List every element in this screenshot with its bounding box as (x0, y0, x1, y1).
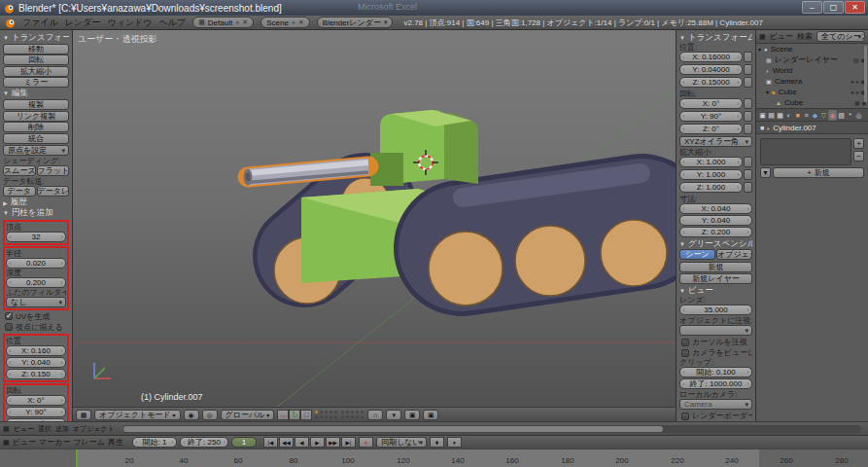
panel-header-edit[interactable]: ▼ 編集 (3, 89, 69, 99)
editor-type-icon[interactable]: ▦ (759, 33, 766, 41)
cap-fill-dropdown[interactable]: なし (6, 297, 66, 307)
editor-type-icon[interactable]: ▦ (3, 425, 10, 433)
checkbox-icon[interactable] (681, 349, 689, 357)
layers-widget[interactable] (315, 411, 365, 419)
rotation-z-field[interactable]: Z: 0° (679, 124, 743, 134)
outliner-item-scene[interactable]: ▾ ● Scene (756, 44, 868, 54)
viewport-canvas[interactable] (73, 30, 676, 407)
viewport-menu-view[interactable]: ビュー (14, 424, 34, 434)
tab-world-icon[interactable]: ◐ (784, 110, 793, 121)
scale-manipulator-icon[interactable]: □ (300, 410, 312, 420)
play-reverse-button[interactable]: ◀ (295, 437, 309, 448)
shade-smooth-button[interactable]: スムーズ (3, 165, 36, 176)
lens-field[interactable]: 35.000 (679, 305, 752, 315)
outliner-item-camera[interactable]: ▣ Camera ● ▸ ▣ (756, 76, 868, 87)
data-layout-button[interactable]: データレ.. (37, 186, 70, 197)
expand-arrow-icon[interactable]: ▾ (758, 47, 761, 53)
tab-object-data-icon[interactable]: ▽ (819, 110, 828, 121)
close-layout-icon[interactable]: ✕ (242, 18, 248, 26)
jump-to-end-button[interactable]: ▶| (341, 437, 356, 448)
timeline-ruler[interactable]: 20 40 60 80 100 120 140 160 180 200 220 … (0, 449, 868, 467)
local-camera-field[interactable]: Camera (679, 399, 752, 410)
tab-render-icon[interactable]: ▣ (758, 110, 767, 121)
keying-set-icon[interactable]: ♦ (430, 437, 444, 448)
outliner-item-cube-data[interactable]: ▲ Cube ▦ ◆ (756, 97, 868, 108)
gp-new-button[interactable]: 新規 (679, 262, 752, 272)
render-engine-selector[interactable]: Blenderレンダー ▾ (317, 17, 394, 28)
outliner-display-dropdown[interactable]: 全てのシーン (816, 31, 865, 42)
lock-icon[interactable] (744, 77, 752, 88)
delete-button[interactable]: 削除 (3, 122, 69, 132)
tab-particles-icon[interactable]: * (846, 110, 854, 121)
lock-icon[interactable] (744, 157, 752, 167)
dimensions-x-field[interactable]: X: 0.040 (679, 203, 752, 214)
data-transfer-button[interactable]: データ (3, 186, 36, 197)
lock-icon[interactable] (744, 64, 752, 75)
mode-dropdown[interactable]: オブジェクトモード ▾ (94, 410, 181, 420)
timeline-menu-frame[interactable]: フレーム (73, 437, 105, 448)
dimensions-z-field[interactable]: Z: 0.200 (679, 227, 752, 237)
keying-options-icon[interactable]: ▾ (447, 437, 462, 448)
new-material-button[interactable]: + 新規 (773, 167, 864, 178)
lock-icon[interactable] (744, 169, 752, 180)
scale-button[interactable]: 拡大縮小 (3, 66, 69, 77)
checkbox-icon[interactable] (681, 339, 689, 346)
tab-scene-icon[interactable]: ▤ (767, 110, 776, 121)
tab-object-icon[interactable]: ■ (793, 110, 802, 121)
screen-layout-selector[interactable]: ▦ Default + ✕ (192, 17, 254, 28)
add-layout-icon[interactable]: + (235, 19, 239, 26)
3d-viewport[interactable]: ユーザー・透視投影 (1) Cylinder.007 (73, 30, 676, 407)
panel-header-history[interactable]: ▶ 履歴 (3, 198, 69, 208)
mirror-button[interactable]: ミラー (3, 77, 69, 88)
current-frame-line[interactable] (76, 449, 78, 467)
menu-window[interactable]: ウィンドウ (107, 17, 152, 29)
play-button[interactable]: ▶ (310, 437, 325, 448)
tab-physics-icon[interactable]: ◎ (854, 110, 863, 121)
sync-mode-dropdown[interactable]: 同期しない (376, 437, 427, 448)
horizontal-scrollbar[interactable] (122, 425, 861, 433)
jump-to-start-button[interactable]: |◀ (263, 437, 278, 448)
duplicate-button[interactable]: 複製 (3, 99, 69, 110)
tab-constraints-icon[interactable]: ≡ (802, 110, 811, 121)
scale-y-field[interactable]: Y: 1.000 (679, 169, 743, 180)
viewport-shading-icon[interactable]: ◉ (184, 410, 199, 420)
lock-icon[interactable] (744, 182, 752, 193)
transform-orientation-dropdown[interactable]: グローバル ▾ (221, 410, 275, 420)
editor-type-icon[interactable]: ▦ (3, 439, 10, 447)
checkbox-icon[interactable] (681, 413, 689, 420)
lock-icon[interactable] (744, 52, 752, 62)
join-button[interactable]: 統合 (3, 133, 69, 144)
clip-end-field[interactable]: 終了: 1000.000 (679, 378, 752, 389)
depth-field[interactable]: 0.200 (6, 277, 66, 288)
rotation-mode-dropdown[interactable]: XYZオイラー角 (679, 136, 752, 147)
viewport-menu-add[interactable]: 追加 (55, 424, 69, 434)
expand-arrow-icon[interactable]: ▾ (766, 90, 769, 95)
close-button[interactable]: ✕ (845, 1, 865, 14)
tab-modifiers-icon[interactable]: ◆ (811, 110, 819, 121)
lock-to-cursor-row[interactable]: カーソルを注視 (679, 337, 752, 347)
scene-selector[interactable]: Scene + ✕ (260, 17, 310, 28)
gp-scene-toggle[interactable]: シーン (679, 249, 715, 260)
editor-type-icon[interactable]: ▦ (76, 410, 91, 420)
gp-new-layer-button[interactable]: 新規レイヤー (679, 273, 752, 284)
location-z-field[interactable]: Z: 0.150 (6, 369, 66, 379)
outliner-item-cube[interactable]: ▾ ■ Cube ● ▸ ▣ (756, 87, 868, 97)
panel-header-grease-pencil[interactable]: ▼ グリースペンシルレイ (679, 238, 752, 249)
add-scene-icon[interactable]: + (292, 19, 295, 26)
tab-material-icon[interactable]: ◉ (828, 110, 837, 121)
gp-object-toggle[interactable]: オブジェクト (716, 249, 752, 260)
rotation-y-field[interactable]: Y: 90° (679, 111, 743, 122)
translate-button[interactable]: 移動 (3, 44, 69, 54)
lock-icon[interactable] (744, 124, 752, 134)
generate-uv-row[interactable]: UVを生成 (3, 311, 69, 322)
panel-header-add-cylinder[interactable]: ▼ 円柱を追加 (3, 208, 69, 219)
rotation-y-field[interactable]: Y: 90° (6, 407, 66, 417)
minimize-button[interactable]: – (802, 1, 822, 14)
rotation-x-field[interactable]: X: 0° (6, 395, 66, 406)
frame-end-field[interactable]: 終了: 250 (180, 437, 228, 448)
menu-file[interactable]: ファイル (22, 17, 58, 29)
checkbox-icon[interactable] (5, 323, 13, 331)
outliner-view-menu[interactable]: ビュー (770, 31, 793, 42)
translate-manipulator-icon[interactable]: ↔ (277, 410, 289, 420)
dimensions-y-field[interactable]: Y: 0.040 (679, 215, 752, 226)
